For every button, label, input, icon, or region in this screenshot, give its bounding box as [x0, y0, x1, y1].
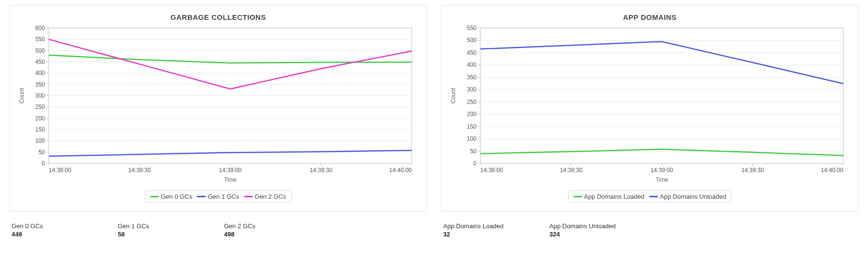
legend-swatch-icon	[150, 196, 159, 197]
chart-title: APP DOMAINS	[447, 13, 853, 21]
svg-text:350: 350	[467, 74, 476, 81]
svg-text:100: 100	[467, 135, 476, 142]
stat-label: Gen 2 GCs	[224, 222, 292, 230]
svg-text:600: 600	[35, 25, 45, 31]
stats-row-gc: Gen 0 GCs 449 Gen 1 GCs 58 Gen 2 GCs 498	[10, 222, 427, 238]
stat-label: App Domains Loaded	[443, 222, 511, 230]
svg-text:Time: Time	[224, 176, 237, 183]
svg-text:Count: Count	[450, 88, 457, 103]
legend-swatch-icon	[197, 196, 206, 197]
legend-swatch-icon	[244, 196, 253, 197]
stat-block: App Domains Loaded 32	[443, 222, 511, 238]
svg-text:14:40:00: 14:40:00	[821, 167, 843, 174]
chart-title: GARBAGE COLLECTIONS	[15, 13, 421, 21]
svg-rect-98	[480, 28, 843, 163]
stat-value: 58	[118, 231, 185, 238]
svg-text:14:38:00: 14:38:00	[49, 167, 71, 174]
legend-label: Gen 0 GCs	[161, 193, 192, 200]
legend-swatch-icon	[649, 196, 658, 197]
svg-text:14:39:30: 14:39:30	[310, 167, 333, 174]
stat-block: App Domains Unloaded 324	[549, 222, 617, 238]
svg-text:14:40:00: 14:40:00	[389, 167, 412, 174]
svg-text:500: 500	[467, 37, 476, 44]
svg-text:0: 0	[42, 160, 45, 167]
svg-text:14:38:30: 14:38:30	[560, 167, 583, 174]
svg-text:Count: Count	[18, 88, 25, 103]
legend-item[interactable]: Gen 2 GCs	[244, 193, 286, 200]
stat-label: Gen 1 GCs	[118, 222, 185, 230]
svg-text:550: 550	[467, 25, 476, 31]
svg-text:14:38:30: 14:38:30	[128, 167, 151, 174]
chart-svg: 05010015020025030035040045050055060014:3…	[15, 23, 421, 188]
series-app-domains-loaded	[480, 149, 843, 155]
series-gen-1-gcs	[49, 150, 412, 156]
svg-text:100: 100	[35, 137, 45, 144]
svg-text:450: 450	[467, 49, 476, 56]
stat-block: Gen 2 GCs 498	[224, 222, 292, 238]
legend-item[interactable]: App Domains Loaded	[574, 193, 644, 200]
chart-box: APP DOMAINS 0501001502002503003504004505…	[441, 5, 858, 212]
dashboard: GARBAGE COLLECTIONS 05010015020025030035…	[0, 0, 868, 248]
svg-text:Time: Time	[656, 176, 669, 183]
stat-value: 324	[549, 231, 617, 238]
stat-value: 498	[224, 231, 292, 238]
svg-text:14:38:00: 14:38:00	[480, 167, 503, 174]
svg-text:250: 250	[35, 103, 45, 110]
legend-inner: App Domains LoadedApp Domains Unloaded	[568, 191, 731, 203]
svg-text:250: 250	[467, 99, 476, 105]
stat-value: 449	[12, 231, 79, 238]
svg-text:0: 0	[473, 160, 476, 167]
svg-text:200: 200	[35, 115, 45, 122]
svg-text:350: 350	[35, 81, 45, 88]
svg-text:400: 400	[467, 61, 476, 68]
series-gen-2-gcs	[49, 39, 412, 89]
svg-text:150: 150	[467, 123, 476, 130]
legend-gc: Gen 0 GCsGen 1 GCsGen 2 GCs	[15, 191, 421, 203]
svg-text:50: 50	[470, 148, 477, 155]
panel-app-domains: APP DOMAINS 0501001502002503003504004505…	[441, 5, 858, 238]
legend-ad: App Domains LoadedApp Domains Unloaded	[447, 191, 853, 203]
legend-item[interactable]: App Domains Unloaded	[649, 193, 726, 200]
legend-swatch-icon	[574, 196, 582, 197]
svg-text:300: 300	[467, 86, 476, 93]
legend-item[interactable]: Gen 0 GCs	[150, 193, 192, 200]
legend-label: App Domains Loaded	[584, 193, 644, 200]
svg-text:450: 450	[35, 59, 45, 65]
svg-text:14:39:00: 14:39:00	[651, 167, 673, 174]
legend-item[interactable]: Gen 1 GCs	[197, 193, 239, 200]
legend-label: Gen 2 GCs	[255, 193, 286, 200]
svg-text:14:39:30: 14:39:30	[742, 167, 764, 174]
chart-area-gc: 05010015020025030035040045050055060014:3…	[15, 23, 421, 188]
svg-text:500: 500	[35, 47, 45, 54]
stat-label: Gen 0 GCs	[12, 222, 79, 230]
stat-block: Gen 1 GCs 58	[118, 222, 185, 238]
stats-row-ad: App Domains Loaded 32 App Domains Unload…	[441, 222, 858, 238]
panel-garbage-collections: GARBAGE COLLECTIONS 05010015020025030035…	[10, 5, 427, 238]
svg-text:14:39:00: 14:39:00	[219, 167, 242, 174]
chart-svg: 05010015020025030035040045050055014:38:0…	[447, 23, 853, 188]
svg-text:200: 200	[467, 111, 476, 117]
stat-label: App Domains Unloaded	[549, 222, 617, 230]
svg-text:150: 150	[35, 126, 45, 133]
chart-box: GARBAGE COLLECTIONS 05010015020025030035…	[10, 5, 427, 212]
svg-text:50: 50	[39, 149, 45, 156]
legend-label: Gen 1 GCs	[208, 193, 239, 200]
svg-text:550: 550	[35, 36, 45, 43]
svg-text:300: 300	[35, 92, 45, 99]
stat-value: 32	[443, 231, 511, 238]
chart-area-ad: 05010015020025030035040045050055014:38:0…	[447, 23, 853, 188]
legend-inner: Gen 0 GCsGen 1 GCsGen 2 GCs	[145, 191, 291, 203]
stat-block: Gen 0 GCs 449	[12, 222, 79, 238]
legend-label: App Domains Unloaded	[660, 193, 726, 200]
svg-text:400: 400	[35, 70, 45, 76]
